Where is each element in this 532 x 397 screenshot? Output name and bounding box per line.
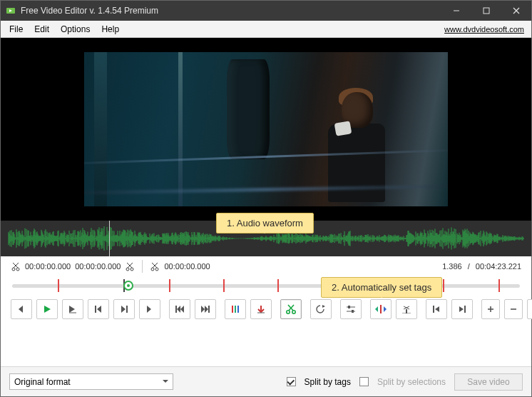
app-icon — [5, 5, 16, 16]
scissors-left-icon — [11, 261, 21, 271]
scissors-cut-icon — [150, 261, 160, 271]
trim-start-button[interactable] — [426, 299, 447, 319]
selection-end-time: 00:00:00.000 — [75, 262, 121, 271]
svg-rect-44 — [348, 306, 350, 308]
svg-marker-31 — [205, 306, 208, 313]
svg-point-39 — [292, 311, 295, 313]
svg-marker-23 — [97, 306, 101, 313]
site-link[interactable]: www.dvdvideosoft.com — [444, 25, 524, 34]
svg-marker-30 — [201, 306, 205, 313]
menubar: File Edit Options Help www.dvdvideosoft.… — [1, 21, 531, 38]
maximize-button[interactable] — [471, 1, 501, 21]
svg-marker-24 — [121, 306, 126, 313]
video-preview[interactable] — [1, 38, 531, 221]
zoom-in-button[interactable] — [481, 299, 500, 319]
svg-point-15 — [155, 268, 158, 271]
timeline-tick[interactable] — [498, 279, 500, 292]
minimize-button[interactable] — [441, 1, 471, 21]
markers-button[interactable] — [225, 299, 246, 319]
split-by-selections-checkbox[interactable] — [359, 377, 369, 386]
svg-line-16 — [153, 263, 158, 268]
svg-marker-28 — [177, 306, 180, 313]
menu-options[interactable]: Options — [55, 22, 96, 36]
menu-file[interactable]: File — [4, 22, 29, 36]
svg-rect-46 — [352, 310, 354, 313]
timeline-tick[interactable] — [169, 279, 170, 292]
zoom-out-button[interactable] — [504, 299, 523, 319]
svg-rect-3 — [484, 8, 489, 14]
go-start-button[interactable] — [169, 299, 190, 319]
close-button[interactable] — [501, 1, 531, 21]
video-frame — [84, 52, 448, 206]
go-end-button[interactable] — [195, 299, 216, 319]
set-marker-button[interactable] — [250, 299, 272, 319]
svg-marker-42 — [322, 305, 325, 308]
svg-marker-26 — [147, 306, 151, 313]
cut-position-time: 00:00:00.000 — [164, 262, 210, 271]
play-button[interactable] — [36, 299, 58, 319]
svg-marker-19 — [44, 306, 51, 313]
annotation-auto-tags: 2. Automatically set tags — [321, 277, 442, 298]
svg-line-8 — [14, 263, 19, 268]
slider-thumb[interactable] — [123, 281, 133, 291]
timeline-tick[interactable] — [277, 279, 279, 292]
total-duration: 00:04:23.221 — [476, 262, 521, 271]
output-format-select[interactable]: Original format — [9, 373, 173, 390]
svg-line-13 — [127, 263, 132, 268]
svg-point-11 — [131, 268, 133, 271]
svg-point-6 — [12, 268, 15, 271]
window-title: Free Video Editor v. 1.4.54 Premium — [21, 6, 158, 16]
split-by-tags-label: Split by tags — [305, 377, 351, 387]
step-back-button[interactable] — [11, 299, 32, 319]
output-format-value: Original format — [14, 377, 71, 387]
menu-edit[interactable]: Edit — [29, 22, 55, 36]
svg-marker-56 — [459, 306, 464, 312]
time-separator: / — [468, 262, 470, 271]
titlebar: Free Video Editor v. 1.4.54 Premium — [1, 1, 531, 21]
timeline-tick[interactable] — [58, 279, 59, 292]
trim-end-button[interactable] — [451, 299, 473, 319]
menu-help[interactable]: Help — [96, 22, 125, 36]
save-video-button[interactable]: Save video — [454, 373, 523, 391]
svg-line-17 — [152, 263, 157, 268]
rotate-button[interactable] — [310, 299, 332, 319]
timeline-tick[interactable] — [223, 279, 225, 292]
timecode-row: 00:00:00.000 00:00:00.000 00:00:00.000 1… — [1, 256, 531, 276]
svg-point-7 — [16, 268, 19, 271]
svg-marker-18 — [19, 306, 23, 313]
clear-tags-button[interactable] — [396, 299, 417, 319]
svg-marker-20 — [69, 306, 75, 313]
timeline-slider[interactable] — [1, 276, 531, 295]
svg-marker-49 — [384, 306, 387, 312]
chevron-down-icon — [163, 380, 168, 386]
svg-line-12 — [128, 263, 133, 268]
prev-frame-button[interactable] — [88, 299, 109, 319]
split-by-tags-checkbox[interactable] — [287, 377, 296, 386]
cut-button[interactable] — [280, 299, 302, 319]
scissors-right-icon — [125, 261, 135, 271]
bottom-bar: Original format Split by tags Split by s… — [1, 366, 531, 396]
settings-sliders-button[interactable] — [340, 299, 362, 319]
next-frame-button[interactable] — [113, 299, 135, 319]
play-selection-button[interactable] — [62, 299, 83, 319]
transport-toolbar: 1X — [1, 295, 531, 323]
svg-marker-47 — [375, 306, 378, 312]
svg-marker-55 — [435, 306, 439, 312]
svg-marker-29 — [180, 306, 184, 313]
step-forward-button[interactable] — [139, 299, 160, 319]
split-by-selections-label: Split by selections — [377, 377, 446, 387]
svg-point-14 — [151, 268, 154, 271]
svg-point-38 — [287, 311, 290, 313]
svg-point-10 — [126, 268, 129, 271]
selection-start-time: 00:00:00.000 — [25, 262, 71, 271]
current-time-partial: 1.386 — [442, 262, 462, 271]
svg-line-9 — [13, 263, 18, 268]
annotation-waveform: 1. Audio waveform — [216, 213, 314, 233]
waveform-playhead[interactable] — [109, 221, 110, 256]
zoom-level-button[interactable]: 1X — [527, 299, 532, 319]
timeline-tick[interactable] — [443, 279, 444, 292]
